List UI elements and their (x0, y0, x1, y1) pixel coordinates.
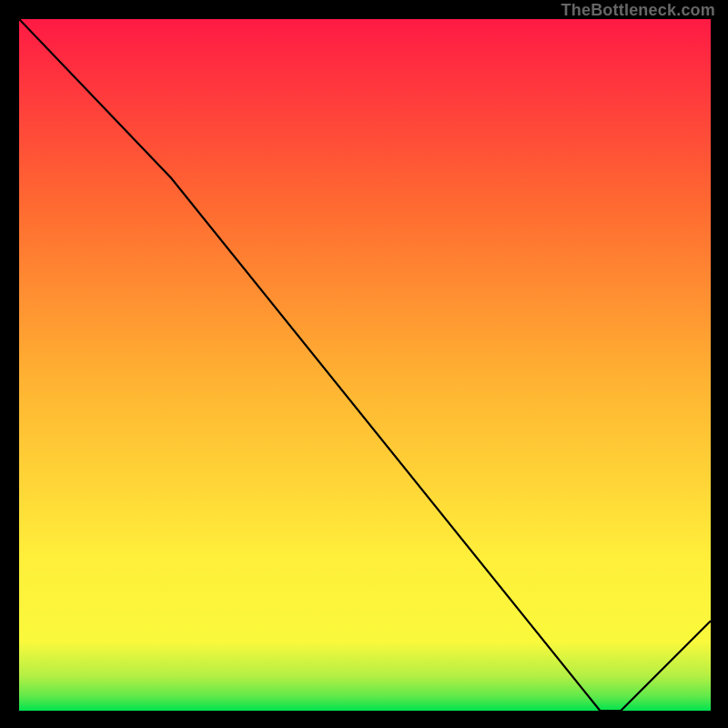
gradient-background (19, 19, 711, 711)
plot-area (19, 19, 711, 711)
chart-frame: TheBottleneck.com (0, 0, 728, 728)
chart-svg (19, 19, 711, 711)
attribution-label: TheBottleneck.com (561, 1, 715, 20)
